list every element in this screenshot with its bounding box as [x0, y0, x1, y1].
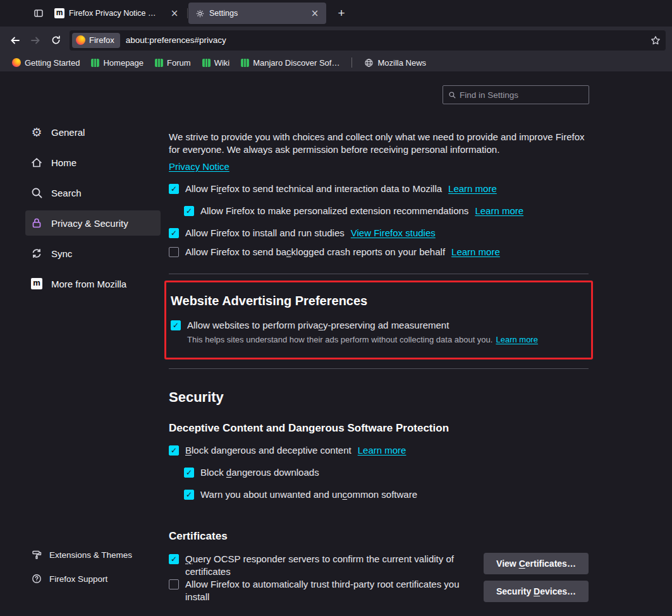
learn-more-link[interactable]: Learn more: [496, 335, 537, 344]
bookmark-label: Wiki: [214, 58, 230, 68]
privacy-settings-panel: We strive to provide you with choices an…: [169, 131, 589, 603]
checkbox[interactable]: [169, 579, 179, 589]
checkbox[interactable]: [169, 228, 179, 238]
reload-icon: [51, 35, 61, 45]
pref-label: Allow Firefox to make personalized exten…: [200, 205, 468, 216]
pref-row-trust-root-certs: Allow Firefox to automatically trust thi…: [169, 578, 484, 603]
pref-description: This helps sites understand how their ad…: [187, 334, 585, 345]
back-arrow-icon: [10, 35, 20, 45]
bookmarks-separator: [351, 57, 352, 68]
reload-button[interactable]: [46, 30, 66, 51]
tab-privacy-notice[interactable]: m Firefox Privacy Notice — M: [48, 3, 186, 24]
pref-row-studies: Allow Firefox to install and run studies…: [169, 227, 589, 238]
search-icon: [30, 186, 43, 199]
learn-more-link[interactable]: Learn more: [451, 246, 500, 257]
sidebar-item-more-from-mozilla[interactable]: m More from Mozilla: [25, 271, 161, 296]
bookmark-label: Manjaro Discover Sof…: [253, 58, 339, 68]
chip-label: Firefox: [89, 35, 114, 45]
bookmark-label: Homepage: [103, 58, 144, 68]
bookmark-forum[interactable]: Forum: [150, 56, 195, 69]
deceptive-content-subtitle: Deceptive Content and Dangerous Software…: [169, 422, 589, 435]
sidebar-item-search[interactable]: Search: [25, 180, 161, 205]
checkbox[interactable]: [184, 206, 194, 216]
sidebar-item-privacy-security[interactable]: Privacy & Security: [25, 210, 161, 236]
settings-page: ⚙ General Home Search Privacy & Securit: [0, 71, 672, 616]
gear-favicon-icon: [195, 8, 205, 18]
pref-label: Allow Firefox to install and run studies: [185, 227, 345, 238]
checkbox[interactable]: [169, 445, 179, 456]
checkbox[interactable]: [169, 247, 179, 257]
pref-row-ad-measurement: Allow websites to perform privacy-preser…: [171, 320, 585, 330]
site-identity-chip[interactable]: Firefox: [72, 33, 120, 48]
close-tab-icon[interactable]: [168, 7, 181, 20]
globe-icon: [364, 58, 374, 68]
bookmark-label: Getting Started: [25, 58, 80, 68]
pref-row-block-downloads: Block dangerous downloads: [169, 467, 589, 478]
bookmark-star-icon[interactable]: [651, 35, 661, 45]
sidebar-footer: Extensions & Themes Firefox Support: [25, 543, 164, 591]
firefox-logo-icon: [12, 58, 21, 67]
website-advertising-section-highlight: Website Advertising Preferences Allow we…: [164, 281, 593, 359]
close-tab-icon[interactable]: [309, 7, 321, 20]
bookmark-wiki[interactable]: Wiki: [198, 56, 235, 69]
pref-row-ocsp: Query OCSP responder servers to confirm …: [169, 553, 484, 578]
bookmark-mozilla-news[interactable]: Mozilla News: [360, 56, 431, 69]
pref-label: Block dangerous downloads: [200, 467, 319, 478]
manjaro-logo-icon: [241, 59, 249, 67]
sidebar-item-general[interactable]: ⚙ General: [25, 119, 161, 145]
settings-sidebar: ⚙ General Home Search Privacy & Securit: [25, 119, 161, 301]
learn-more-link[interactable]: Learn more: [475, 205, 523, 216]
firefox-view-button[interactable]: [29, 4, 48, 23]
pref-label: Warn you about unwanted and uncommon sof…: [200, 489, 417, 500]
certificates-section: Query OCSP responder servers to confirm …: [169, 553, 589, 603]
url-text: about:preferences#privacy: [126, 35, 226, 45]
pref-row-warn-uncommon: Warn you about unwanted and uncommon sof…: [169, 489, 589, 500]
bookmark-label: Forum: [167, 58, 191, 68]
sidebar-item-label: General: [51, 127, 85, 138]
sidebar-item-label: Search: [51, 188, 82, 198]
view-certificates-button[interactable]: View Certificates…: [484, 553, 589, 574]
bookmark-manjaro-discover[interactable]: Manjaro Discover Sof…: [236, 56, 344, 69]
security-section-title: Security: [169, 389, 589, 406]
find-in-settings-input[interactable]: [460, 90, 583, 100]
navigation-toolbar: Firefox about:preferences#privacy: [0, 27, 672, 54]
checkbox[interactable]: [184, 468, 194, 478]
new-tab-button[interactable]: [333, 4, 350, 22]
section-divider: [169, 274, 589, 274]
back-button[interactable]: [5, 30, 25, 51]
pref-label: Allow Firefox to automatically trust thi…: [185, 578, 471, 603]
manjaro-logo-icon: [91, 59, 99, 67]
privacy-notice-link[interactable]: Privacy Notice: [169, 161, 229, 172]
checkbox[interactable]: [169, 184, 179, 194]
pref-label: Block dangerous and deceptive content: [185, 445, 351, 456]
tab-settings[interactable]: Settings: [188, 3, 326, 24]
learn-more-link[interactable]: Learn more: [448, 183, 497, 194]
forward-arrow-icon: [30, 35, 40, 45]
bookmark-homepage[interactable]: Homepage: [87, 56, 148, 69]
manjaro-logo-icon: [155, 59, 163, 67]
tab-title: Settings: [209, 9, 304, 18]
forward-button[interactable]: [25, 30, 46, 51]
checkbox[interactable]: [169, 554, 179, 564]
browser-window: m Firefox Privacy Notice — M Settings Fi…: [0, 0, 672, 616]
footer-item-label: Extensions & Themes: [49, 550, 132, 560]
find-in-settings-box[interactable]: [443, 85, 589, 104]
extensions-themes-link[interactable]: Extensions & Themes: [25, 543, 164, 567]
bookmark-getting-started[interactable]: Getting Started: [8, 56, 84, 69]
sidebar-item-label: Sync: [51, 248, 72, 259]
checkbox[interactable]: [184, 490, 194, 500]
firefox-support-link[interactable]: Firefox Support: [25, 567, 164, 591]
pref-label: Allow Firefox to send technical and inte…: [185, 183, 442, 194]
tab-bar: m Firefox Privacy Notice — M Settings: [0, 0, 672, 27]
checkbox[interactable]: [171, 320, 181, 330]
mozilla-icon: m: [30, 277, 43, 290]
view-firefox-studies-link[interactable]: View Firefox studies: [351, 227, 436, 238]
learn-more-link[interactable]: Learn more: [358, 445, 406, 456]
sidebar-item-home[interactable]: Home: [25, 150, 161, 175]
pref-label: Query OCSP responder servers to confirm …: [185, 553, 471, 578]
security-devices-button[interactable]: Security Devices…: [484, 581, 589, 602]
bookmark-label: Mozilla News: [377, 58, 426, 68]
sidebar-item-label: More from Mozilla: [51, 279, 126, 289]
url-bar[interactable]: Firefox about:preferences#privacy: [70, 30, 666, 51]
sidebar-item-sync[interactable]: Sync: [25, 241, 161, 266]
